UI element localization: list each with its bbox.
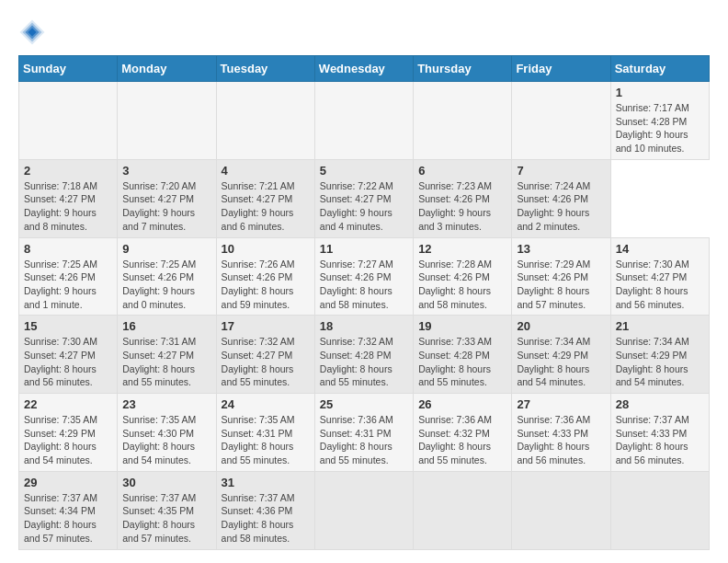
empty-cell [512,82,610,160]
day-number: 25 [320,397,408,411]
calendar-day-6: 6Sunrise: 7:23 AMSunset: 4:26 PMDaylight… [414,159,512,237]
day-info: Sunrise: 7:18 AMSunset: 4:27 PMDaylight:… [24,179,112,234]
calendar-day-12: 12Sunrise: 7:28 AMSunset: 4:26 PMDayligh… [414,237,512,316]
day-info: Sunrise: 7:32 AMSunset: 4:27 PMDaylight:… [222,335,310,389]
day-number: 13 [517,242,605,256]
day-info: Sunrise: 7:20 AMSunset: 4:27 PMDaylight:… [122,179,210,234]
calendar-day-10: 10Sunrise: 7:26 AMSunset: 4:26 PMDayligh… [216,237,314,316]
calendar-day-8: 8Sunrise: 7:25 AMSunset: 4:26 PMDaylight… [19,237,118,316]
calendar-week-3: 8Sunrise: 7:25 AMSunset: 4:26 PMDaylight… [19,237,710,316]
calendar-day-24: 24Sunrise: 7:35 AMSunset: 4:31 PMDayligh… [216,394,314,472]
day-number: 31 [222,476,310,489]
calendar-day-21: 21Sunrise: 7:34 AMSunset: 4:29 PMDayligh… [610,316,709,394]
calendar-day-4: 4Sunrise: 7:21 AMSunset: 4:27 PMDaylight… [216,159,314,237]
day-info: Sunrise: 7:25 AMSunset: 4:26 PMDaylight:… [122,258,210,312]
calendar-day-1: 1Sunrise: 7:17 AMSunset: 4:28 PMDaylight… [610,82,709,160]
calendar-day-22: 22Sunrise: 7:35 AMSunset: 4:29 PMDayligh… [19,394,118,472]
calendar-day-7: 7Sunrise: 7:24 AMSunset: 4:26 PMDaylight… [512,159,610,237]
calendar-day-23: 23Sunrise: 7:35 AMSunset: 4:30 PMDayligh… [118,394,216,472]
day-info: Sunrise: 7:24 AMSunset: 4:26 PMDaylight:… [517,179,605,234]
col-header-thursday: Thursday [414,56,512,82]
calendar-day-18: 18Sunrise: 7:32 AMSunset: 4:28 PMDayligh… [314,316,413,394]
empty-cell [414,82,512,160]
day-info: Sunrise: 7:35 AMSunset: 4:29 PMDaylight:… [24,413,112,467]
day-info: Sunrise: 7:26 AMSunset: 4:26 PMDaylight:… [222,258,310,312]
calendar-day-17: 17Sunrise: 7:32 AMSunset: 4:27 PMDayligh… [216,316,314,394]
day-info: Sunrise: 7:29 AMSunset: 4:26 PMDaylight:… [517,258,605,312]
day-number: 5 [320,164,408,178]
col-header-tuesday: Tuesday [216,56,314,82]
day-info: Sunrise: 7:30 AMSunset: 4:27 PMDaylight:… [24,335,112,389]
day-number: 20 [517,319,605,333]
day-number: 12 [418,242,506,256]
calendar-day-19: 19Sunrise: 7:33 AMSunset: 4:28 PMDayligh… [414,316,512,394]
day-info: Sunrise: 7:17 AMSunset: 4:28 PMDaylight:… [616,101,704,155]
calendar-day-29: 29Sunrise: 7:37 AMSunset: 4:34 PMDayligh… [19,471,118,549]
calendar-day-26: 26Sunrise: 7:36 AMSunset: 4:32 PMDayligh… [414,394,512,472]
day-number: 19 [418,319,506,333]
day-number: 30 [122,476,210,489]
calendar-week-2: 2Sunrise: 7:18 AMSunset: 4:27 PMDaylight… [19,159,710,237]
calendar-day-14: 14Sunrise: 7:30 AMSunset: 4:27 PMDayligh… [610,237,709,316]
logo-icon [18,18,46,46]
day-info: Sunrise: 7:25 AMSunset: 4:26 PMDaylight:… [24,258,112,312]
day-number: 24 [222,397,310,411]
empty-cell [216,82,314,160]
day-number: 28 [616,397,704,411]
day-number: 3 [122,164,210,178]
day-number: 27 [517,397,605,411]
calendar-week-6: 29Sunrise: 7:37 AMSunset: 4:34 PMDayligh… [19,471,710,549]
day-info: Sunrise: 7:37 AMSunset: 4:33 PMDaylight:… [616,413,704,467]
calendar-day-3: 3Sunrise: 7:20 AMSunset: 4:27 PMDaylight… [118,159,216,237]
day-info: Sunrise: 7:37 AMSunset: 4:36 PMDaylight:… [222,491,310,546]
col-header-friday: Friday [512,56,610,82]
day-info: Sunrise: 7:34 AMSunset: 4:29 PMDaylight:… [616,335,704,389]
day-info: Sunrise: 7:22 AMSunset: 4:27 PMDaylight:… [320,179,408,234]
day-number: 23 [122,397,210,411]
day-number: 11 [320,242,408,256]
calendar-day-31: 31Sunrise: 7:37 AMSunset: 4:36 PMDayligh… [216,471,314,549]
day-info: Sunrise: 7:36 AMSunset: 4:33 PMDaylight:… [517,413,605,467]
logo [18,18,50,46]
day-info: Sunrise: 7:34 AMSunset: 4:29 PMDaylight:… [517,335,605,389]
day-number: 4 [222,164,310,178]
calendar-week-5: 22Sunrise: 7:35 AMSunset: 4:29 PMDayligh… [19,394,710,472]
day-info: Sunrise: 7:35 AMSunset: 4:31 PMDaylight:… [222,413,310,467]
empty-cell [314,82,413,160]
empty-cell [19,82,118,160]
day-info: Sunrise: 7:36 AMSunset: 4:31 PMDaylight:… [320,413,408,467]
day-number: 9 [122,242,210,256]
day-info: Sunrise: 7:30 AMSunset: 4:27 PMDaylight:… [616,258,704,312]
day-number: 21 [616,319,704,333]
day-info: Sunrise: 7:31 AMSunset: 4:27 PMDaylight:… [122,335,210,389]
day-number: 29 [24,476,112,489]
day-info: Sunrise: 7:37 AMSunset: 4:34 PMDaylight:… [24,491,112,546]
day-number: 18 [320,319,408,333]
day-number: 1 [616,86,704,99]
calendar-day-16: 16Sunrise: 7:31 AMSunset: 4:27 PMDayligh… [118,316,216,394]
empty-cell [610,471,709,549]
day-info: Sunrise: 7:36 AMSunset: 4:32 PMDaylight:… [418,413,506,467]
day-number: 14 [616,242,704,256]
calendar-week-1: 1Sunrise: 7:17 AMSunset: 4:28 PMDaylight… [19,82,710,160]
empty-cell [414,471,512,549]
day-number: 8 [24,242,112,256]
col-header-wednesday: Wednesday [314,56,413,82]
day-number: 16 [122,319,210,333]
day-number: 2 [24,164,112,178]
calendar-header-row: SundayMondayTuesdayWednesdayThursdayFrid… [19,56,710,82]
calendar-table: SundayMondayTuesdayWednesdayThursdayFrid… [18,55,710,550]
day-info: Sunrise: 7:23 AMSunset: 4:26 PMDaylight:… [418,179,506,234]
day-info: Sunrise: 7:32 AMSunset: 4:28 PMDaylight:… [320,335,408,389]
calendar-day-20: 20Sunrise: 7:34 AMSunset: 4:29 PMDayligh… [512,316,610,394]
calendar-day-2: 2Sunrise: 7:18 AMSunset: 4:27 PMDaylight… [19,159,118,237]
col-header-sunday: Sunday [19,56,118,82]
calendar-week-4: 15Sunrise: 7:30 AMSunset: 4:27 PMDayligh… [19,316,710,394]
day-info: Sunrise: 7:28 AMSunset: 4:26 PMDaylight:… [418,258,506,312]
calendar-day-11: 11Sunrise: 7:27 AMSunset: 4:26 PMDayligh… [314,237,413,316]
day-number: 15 [24,319,112,333]
day-number: 7 [517,164,605,178]
page-header [18,18,710,46]
day-number: 26 [418,397,506,411]
day-info: Sunrise: 7:21 AMSunset: 4:27 PMDaylight:… [222,179,310,234]
